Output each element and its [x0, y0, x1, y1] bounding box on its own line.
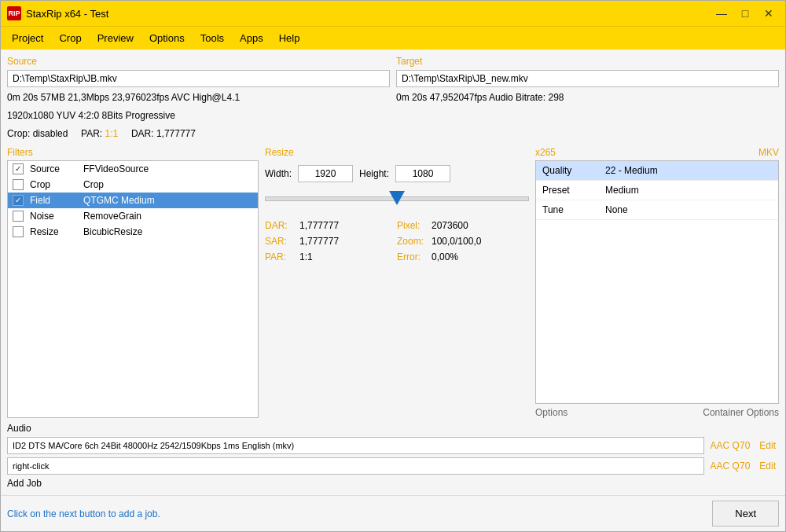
stat-error: Error: 0,00% [397, 250, 529, 264]
x265-row-tune[interactable]: Tune None [536, 200, 778, 220]
filter-row-resize[interactable]: Resize BicubicResize [8, 224, 258, 240]
menu-crop[interactable]: Crop [51, 29, 89, 47]
filter-value-resize: BicubicResize [83, 226, 253, 237]
target-info1: 0m 20s 47,952047fps Audio Bitrate: 298 [396, 90, 779, 105]
audio-edit-2-button[interactable]: Edit [756, 460, 779, 471]
window-controls: — □ ✕ [711, 5, 779, 22]
menu-tools[interactable]: Tools [193, 29, 232, 47]
par-val: 1:1 [105, 128, 119, 139]
preset-key: Preset [542, 185, 605, 196]
resize-title: Resize [265, 147, 529, 158]
audio-track-1-input[interactable] [7, 437, 704, 454]
x265-table: Quality 22 - Medium Preset Medium Tune N… [535, 160, 779, 404]
x265-panel: x265 MKV Quality 22 - Medium Preset Medi… [535, 147, 779, 418]
bottom-bar: Click on the next button to add a job. N… [1, 495, 785, 531]
title-bar-left: RIP StaxRip x64 - Test [7, 6, 108, 20]
filter-name-resize: Resize [30, 226, 77, 237]
resize-slider-area [265, 189, 529, 212]
filters-list: ✓ Source FFVideoSource Crop Crop ✓ Field [7, 160, 259, 418]
target-section: Target 0m 20s 47,952047fps Audio Bitrate… [396, 56, 779, 142]
audio-track-row-1: AAC Q70 Edit [7, 437, 779, 454]
main-content: Source 0m 20s 57MB 21,3Mbps 23,976023fps… [1, 50, 785, 495]
target-label: Target [396, 56, 779, 67]
filter-row-crop[interactable]: Crop Crop [8, 177, 258, 193]
audio-track-2-input[interactable] [7, 457, 704, 475]
window-title: StaxRip x64 - Test [26, 8, 108, 20]
zoom-stat-val: 100,0/100,0 [432, 236, 481, 247]
mkv-label: MKV [758, 147, 779, 158]
height-label: Height: [359, 168, 389, 179]
source-info2: 1920x1080 YUV 4:2:0 8Bits Progressive [7, 108, 390, 123]
quality-val: 22 - Medium [605, 165, 772, 176]
resize-panel: Resize Width: Height: DAR: 1,777777 [265, 147, 529, 418]
filter-checkbox-field[interactable]: ✓ [13, 195, 24, 206]
filter-checkbox-source[interactable]: ✓ [13, 163, 24, 174]
options-button[interactable]: Options [535, 407, 567, 418]
target-path-input[interactable] [396, 70, 779, 87]
filter-checkbox-crop[interactable] [13, 179, 24, 190]
error-stat-label: Error: [397, 251, 428, 262]
filter-value-crop: Crop [83, 179, 253, 190]
pixel-stat-label: Pixel: [397, 220, 428, 231]
x265-row-quality[interactable]: Quality 22 - Medium [536, 161, 778, 181]
filter-value-source: FFVideoSource [83, 163, 253, 174]
container-options-button[interactable]: Container Options [703, 407, 779, 418]
filter-row-field[interactable]: ✓ Field QTGMC Medium [8, 193, 258, 208]
minimize-button[interactable]: — [711, 5, 732, 22]
filter-checkbox-noise[interactable] [13, 211, 24, 222]
filter-row-source[interactable]: ✓ Source FFVideoSource [8, 161, 258, 177]
resize-slider-track[interactable] [265, 196, 529, 201]
audio-codec-2: AAC Q70 [707, 460, 754, 471]
x265-header: x265 MKV [535, 147, 779, 158]
height-input[interactable] [395, 165, 450, 182]
main-window: RIP StaxRip x64 - Test — □ ✕ Project Cro… [0, 0, 786, 532]
width-input[interactable] [298, 165, 353, 182]
menu-options[interactable]: Options [141, 29, 193, 47]
width-label: Width: [265, 168, 292, 179]
audio-section: Audio AAC Q70 Edit AAC Q70 Edit Add Job [7, 423, 779, 489]
close-button[interactable]: ✕ [758, 5, 779, 22]
middle-row: Filters ✓ Source FFVideoSource Crop Crop [7, 147, 779, 418]
par-stat-label: PAR: [265, 251, 296, 262]
tune-val: None [605, 204, 772, 215]
maximize-button[interactable]: □ [735, 5, 755, 22]
filter-checkbox-resize[interactable] [13, 226, 24, 237]
menu-project[interactable]: Project [4, 29, 51, 47]
zoom-stat-label: Zoom: [397, 236, 428, 247]
menu-preview[interactable]: Preview [90, 29, 141, 47]
resize-slider-thumb[interactable] [389, 191, 405, 205]
x265-footer: Options Container Options [535, 404, 779, 418]
source-info1: 0m 20s 57MB 21,3Mbps 23,976023fps AVC Hi… [7, 90, 390, 105]
filter-name-crop: Crop [30, 179, 77, 190]
filter-row-noise[interactable]: Noise RemoveGrain [8, 208, 258, 224]
stat-sar: SAR: 1,777777 [265, 234, 397, 248]
audio-codec-1: AAC Q70 [707, 440, 754, 451]
menu-apps[interactable]: Apps [232, 29, 271, 47]
x265-row-preset[interactable]: Preset Medium [536, 181, 778, 200]
menu-help[interactable]: Help [271, 29, 308, 47]
filter-value-field: QTGMC Medium [83, 195, 253, 206]
filter-name-field: Field [30, 195, 77, 206]
menu-bar: Project Crop Preview Options Tools Apps … [1, 26, 785, 50]
audio-edit-1-button[interactable]: Edit [756, 440, 779, 451]
filters-title: Filters [7, 147, 259, 158]
par-stat-val: 1:1 [299, 251, 313, 262]
tune-key: Tune [542, 204, 605, 215]
source-path-input[interactable] [7, 70, 390, 87]
audio-title: Audio [7, 423, 779, 434]
source-target-row: Source 0m 20s 57MB 21,3Mbps 23,976023fps… [7, 56, 779, 142]
filter-name-noise: Noise [30, 211, 77, 222]
stat-par: PAR: 1:1 [265, 250, 397, 264]
par-label: PAR: [81, 128, 102, 139]
error-stat-val: 0,00% [432, 251, 458, 262]
sar-stat-val: 1,777777 [299, 236, 339, 247]
dar-label: DAR: [131, 128, 154, 139]
stat-dar: DAR: 1,777777 [265, 218, 397, 233]
next-button[interactable]: Next [712, 501, 779, 526]
audio-track-row-2: AAC Q70 Edit [7, 457, 779, 475]
title-bar: RIP StaxRip x64 - Test — □ ✕ [1, 1, 785, 26]
next-hint: Click on the next button to add a job. [7, 508, 160, 519]
source-label: Source [7, 56, 390, 67]
preset-val: Medium [605, 185, 772, 196]
crop-label: Crop: [7, 128, 30, 139]
